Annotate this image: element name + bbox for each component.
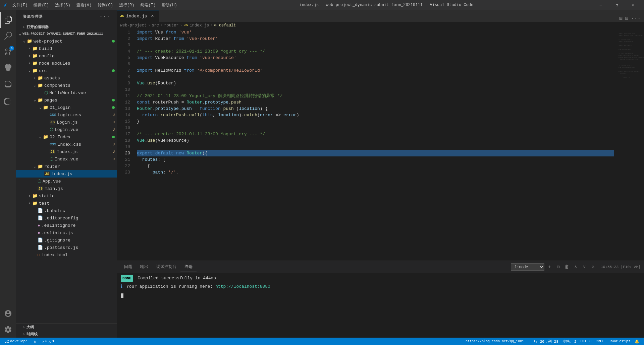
tree-login-js[interactable]: JS Login.js U [16, 119, 117, 126]
js-icon: JS [50, 120, 55, 125]
timeline-section[interactable]: › 时间线 [16, 331, 117, 338]
activity-git[interactable]: 6 [0, 44, 16, 60]
tree-static[interactable]: › 📁 static [16, 192, 117, 200]
panel-tab-terminal[interactable]: 终端 [180, 262, 197, 272]
activity-extensions[interactable] [0, 76, 16, 92]
folder-arrow: › [27, 62, 32, 65]
activity-debug[interactable] [0, 60, 16, 76]
split-editor-button[interactable]: ⊟ [625, 15, 629, 22]
more-actions-button[interactable]: ··· [631, 15, 641, 21]
maximize-button[interactable]: ❐ [609, 0, 625, 10]
tree-index-html[interactable]: ◻ index.html [16, 251, 117, 259]
panel-down-button[interactable]: ∨ [581, 263, 588, 271]
breadcrumb-web-project[interactable]: web-project [120, 23, 147, 28]
tree-02-index[interactable]: ⌄ 📁 02_Index [16, 133, 117, 141]
tab-index-js[interactable]: JS index.js × [117, 10, 159, 22]
panel-tab-issues[interactable]: 问题 [120, 262, 136, 272]
folder-icon: 📁 [43, 105, 48, 110]
folder-icon: 📁 [32, 193, 38, 199]
menu-select[interactable]: 选择(S) [52, 1, 73, 9]
project-section[interactable]: ⌄ WEB-PROJECT_DYNAMIC-SUBMIT-FORM_202101… [16, 30, 117, 38]
status-line-ending[interactable]: CRLF [594, 338, 606, 345]
tree-router-index-js[interactable]: JS index.js [16, 170, 117, 178]
status-blog[interactable]: https://blog.csdn.net/qq_1801... [464, 338, 532, 345]
status-branch[interactable]: ⎇ develop* [3, 338, 30, 345]
menu-terminal[interactable]: 终端(T) [138, 1, 159, 9]
folder-label: assets [44, 76, 117, 81]
close-button[interactable]: ✕ [625, 0, 641, 10]
minimize-button[interactable]: — [593, 0, 608, 10]
menu-run[interactable]: 运行(R) [116, 1, 137, 9]
modified-badge: U [112, 150, 115, 154]
tree-gitignore[interactable]: 📄 .gitignore [16, 236, 117, 244]
panel-up-button[interactable]: ∧ [572, 263, 579, 271]
panel-close-button[interactable]: × [589, 263, 597, 271]
tree-postcssrc[interactable]: 📄 .postcssrc.js [16, 244, 117, 251]
breadcrumb-symbol[interactable]: ⊙ default [214, 23, 236, 28]
tree-babelrc[interactable]: 📄 .babelrc [16, 207, 117, 214]
tree-index-css[interactable]: CSS Index.css U [16, 141, 117, 148]
tree-login-css[interactable]: CSS Login.css U [16, 111, 117, 119]
tree-pages[interactable]: ⌄ 📁 pages [16, 96, 117, 104]
tree-index-js[interactable]: JS Index.js U [16, 148, 117, 155]
tree-assets[interactable]: › 📁 assets [16, 74, 117, 82]
tree-build[interactable]: › 📁 build [16, 45, 117, 52]
status-encoding[interactable]: UTF 8 [579, 338, 594, 345]
folder-arrow: ⌄ [38, 135, 43, 139]
breadcrumb-file[interactable]: index.js [190, 23, 209, 28]
status-errors[interactable]: ✕ 0 △ 0 [40, 338, 56, 345]
open-editors-section[interactable]: › 打开的编辑器 [16, 23, 117, 30]
activity-search[interactable] [0, 28, 16, 44]
kill-terminal-button[interactable]: 🗑 [563, 263, 571, 271]
status-feedback[interactable]: 🔔 [633, 338, 641, 345]
tree-src[interactable]: ⌄ 📁 src [16, 67, 117, 74]
tree-helloworld-vue[interactable]: ⬡ HelloWorld.vue [16, 89, 117, 96]
remote-icon[interactable]: ⊞ [619, 15, 623, 22]
tree-eslintrc[interactable]: ● .eslintrc.js [16, 229, 117, 236]
folder-arrow: ⌄ [32, 83, 38, 87]
folder-icon: 📁 [27, 39, 32, 44]
status-language[interactable]: JavaScript [606, 338, 633, 345]
menu-view[interactable]: 查看(V) [74, 1, 95, 9]
language-text: JavaScript [608, 339, 631, 343]
tree-test[interactable]: › 📁 test [16, 200, 117, 207]
panel-tab-output[interactable]: 输出 [136, 262, 152, 272]
activity-account[interactable] [0, 305, 16, 322]
tree-editorconfig[interactable]: 📄 .editorconfig [16, 214, 117, 222]
status-spaces[interactable]: 空格: 2 [560, 338, 579, 345]
add-terminal-button[interactable]: + [546, 263, 553, 271]
menu-file[interactable]: 文件(F) [10, 1, 31, 9]
sidebar-more-button[interactable]: ··· [99, 13, 110, 19]
terminal-select[interactable]: 1: node [511, 263, 544, 271]
activity-settings[interactable] [0, 322, 16, 338]
status-sync[interactable]: ↻ [32, 338, 38, 345]
tab-close-button[interactable]: × [149, 13, 156, 19]
panel-tab-debug[interactable]: 调试控制台 [152, 262, 180, 272]
menu-edit[interactable]: 编辑(E) [31, 1, 52, 9]
tree-app-vue[interactable]: ⬡ App.vue [16, 178, 117, 185]
code-content[interactable]: import Vue from 'vue' import Router from… [133, 29, 617, 261]
breadcrumb-src[interactable]: src [152, 23, 159, 28]
window-title: index.js - web-project_dynamic-submit-fo… [180, 3, 593, 7]
tree-router[interactable]: ⌄ 📁 router [16, 163, 117, 170]
menu-goto[interactable]: 转到(G) [95, 1, 116, 9]
tree-eslintignore[interactable]: ● .eslintignore [16, 222, 117, 229]
tree-01-login[interactable]: ⌄ 📁 01_Login [16, 104, 117, 111]
line-ending-text: CRLF [596, 339, 604, 343]
tree-main-js[interactable]: JS main.js [16, 185, 117, 192]
activity-explorer[interactable] [0, 12, 16, 28]
status-position[interactable]: 行 20，列 28 [532, 338, 560, 345]
tree-web-project[interactable]: ⌄ 📁 web-project [16, 38, 117, 45]
menu-help[interactable]: 帮助(H) [159, 1, 180, 9]
tree-components[interactable]: ⌄ 📁 components [16, 82, 117, 89]
file-label: Index.js [57, 149, 112, 154]
split-terminal-button[interactable]: ⊟ [554, 263, 562, 271]
outline-section[interactable]: › 大纲 [16, 324, 117, 331]
breadcrumb-router[interactable]: router [164, 23, 178, 28]
tree-index-vue[interactable]: ⬡ Index.vue U [16, 155, 117, 163]
app-url[interactable]: http://localhost:8080 [215, 284, 270, 289]
tree-config[interactable]: › 📁 config [16, 52, 117, 60]
tree-login-vue[interactable]: ⬡ Login.vue U [16, 126, 117, 133]
activity-remote[interactable] [0, 93, 16, 110]
tree-node-modules[interactable]: › 📁 node_modules [16, 60, 117, 67]
